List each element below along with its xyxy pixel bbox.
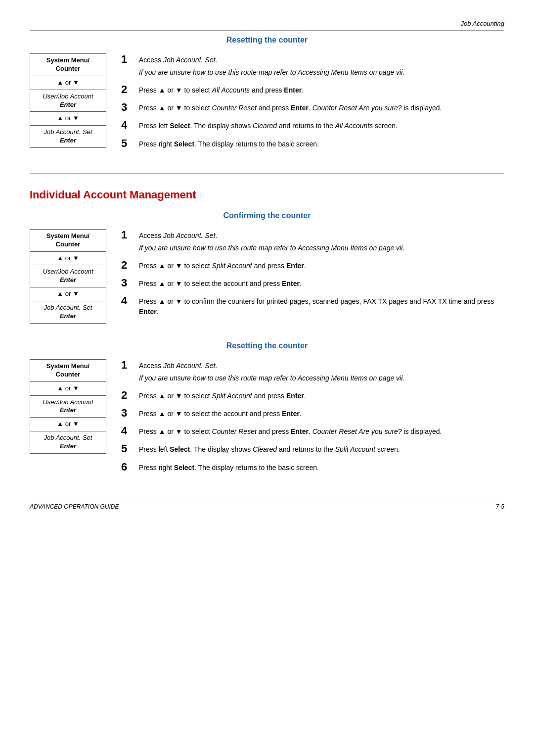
- nav-row-4: ▲ or ▼: [30, 112, 106, 126]
- step-5: 5 Press left Select. The display shows C…: [121, 443, 504, 455]
- step-1: 1 Access Job Account. Set. If you are un…: [121, 359, 504, 383]
- divider: [30, 173, 504, 174]
- step-1: 1 Access Job Account. Set. If you are un…: [121, 229, 504, 253]
- individual-reset-section: Resetting the counter System Menu/Counte…: [30, 341, 504, 479]
- individual-reset-title: Resetting the counter: [30, 341, 504, 350]
- nav-row-2: ▲ or ▼: [30, 382, 106, 396]
- step-5: 5 Press right Select. The display return…: [121, 138, 504, 149]
- step-2: 2 Press ▲ or ▼ to select Split Account a…: [121, 389, 504, 401]
- page-footer: ADVANCED OPERATION GUIDE 7-5: [30, 499, 504, 510]
- confirm-counter-steps: 1 Access Job Account. Set. If you are un…: [121, 229, 504, 323]
- all-accounts-reset-content: System Menu/Counter ▲ or ▼ User/Job Acco…: [30, 53, 504, 155]
- step-6: 6 Press right Select. The display return…: [121, 461, 504, 473]
- step-3: 3 Press ▲ or ▼ to select the account and…: [121, 277, 504, 289]
- nav-row-1: System Menu/Counter: [30, 360, 106, 382]
- step-2: 2 Press ▲ or ▼ to select Split Account a…: [121, 259, 504, 271]
- all-accounts-reset-title: Resetting the counter: [30, 36, 504, 45]
- header-title: Job Accounting: [461, 20, 504, 27]
- step-1: 1 Access Job Account. Set. If you are un…: [121, 53, 504, 78]
- nav-row-1: System Menu/Counter: [30, 230, 106, 252]
- individual-account-title: Individual Account Management: [30, 189, 504, 201]
- individual-reset-content: System Menu/Counter ▲ or ▼ User/Job Acco…: [30, 359, 504, 479]
- nav-row-1: System Menu/Counter: [30, 54, 106, 76]
- page-header: Job Accounting: [30, 20, 504, 31]
- nav-row-3: User/Job AccountEnter: [30, 396, 106, 418]
- nav-row-4: ▲ or ▼: [30, 287, 106, 301]
- individual-reset-steps: 1 Access Job Account. Set. If you are un…: [121, 359, 504, 479]
- footer-left: ADVANCED OPERATION GUIDE: [30, 503, 119, 510]
- all-accounts-reset-section: Resetting the counter System Menu/Counte…: [30, 36, 504, 155]
- nav-row-5: Job Account. SetEnter: [30, 431, 106, 453]
- step-4: 4 Press left Select. The display shows C…: [121, 119, 504, 131]
- nav-row-3: User/Job AccountEnter: [30, 265, 106, 287]
- step-3: 3 Press ▲ or ▼ to select the account and…: [121, 407, 504, 419]
- nav-row-3: User/Job AccountEnter: [30, 90, 106, 112]
- confirm-counter-section: Confirming the counter System Menu/Count…: [30, 211, 504, 324]
- all-accounts-reset-steps: 1 Access Job Account. Set. If you are un…: [121, 53, 504, 155]
- footer-right: 7-5: [496, 503, 504, 510]
- nav-row-2: ▲ or ▼: [30, 252, 106, 266]
- nav-row-4: ▲ or ▼: [30, 418, 106, 431]
- step-3: 3 Press ▲ or ▼ to select Counter Reset a…: [121, 101, 504, 113]
- individual-reset-nav-box: System Menu/Counter ▲ or ▼ User/Job Acco…: [30, 359, 106, 454]
- confirm-counter-content: System Menu/Counter ▲ or ▼ User/Job Acco…: [30, 229, 504, 324]
- step-4: 4 Press ▲ or ▼ to confirm the counters f…: [121, 295, 504, 317]
- nav-row-5: Job Account. SetEnter: [30, 126, 106, 147]
- confirm-counter-title: Confirming the counter: [30, 211, 504, 220]
- nav-row-5: Job Account. SetEnter: [30, 301, 106, 323]
- step-2: 2 Press ▲ or ▼ to select All Accounts an…: [121, 84, 504, 95]
- all-accounts-nav-box: System Menu/Counter ▲ or ▼ User/Job Acco…: [30, 53, 106, 148]
- nav-row-2: ▲ or ▼: [30, 76, 106, 90]
- step-4: 4 Press ▲ or ▼ to select Counter Reset a…: [121, 425, 504, 437]
- confirm-counter-nav-box: System Menu/Counter ▲ or ▼ User/Job Acco…: [30, 229, 106, 324]
